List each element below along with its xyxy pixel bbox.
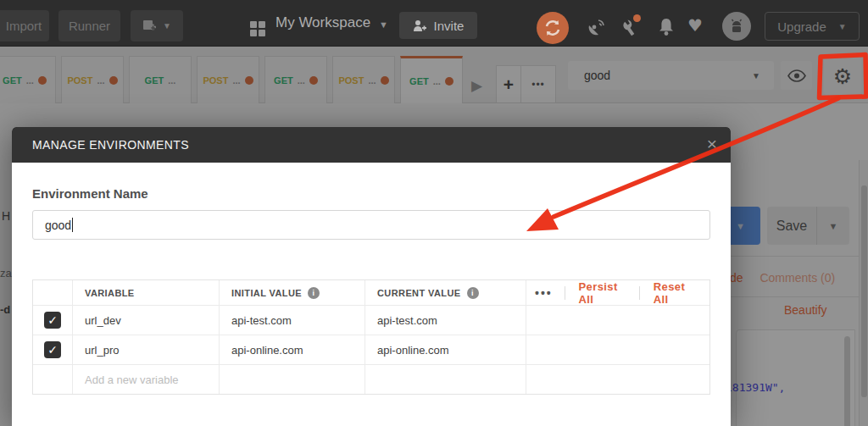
- new-window-icon: [142, 19, 157, 33]
- add-variable-input[interactable]: Add a new variable: [73, 365, 220, 394]
- close-icon[interactable]: ×: [707, 127, 717, 161]
- import-button[interactable]: Import: [0, 10, 49, 41]
- manage-environments-modal: MANAGE ENVIRONMENTS × Environment Name g…: [12, 127, 731, 426]
- initial-value-column-header: INITIAL VALUE i: [220, 280, 365, 305]
- current-value-label: CURRENT VALUE: [377, 288, 461, 298]
- upgrade-label: Upgrade: [777, 19, 826, 34]
- chevron-down-icon[interactable]: ▼: [379, 19, 388, 30]
- runner-button[interactable]: Runner: [58, 10, 120, 41]
- select-all-cell: [33, 280, 73, 305]
- workspace-grid-icon[interactable]: [250, 21, 265, 36]
- invite-label: Invite: [434, 19, 465, 33]
- environment-name-value: good: [45, 219, 71, 232]
- table-header-row: VARIABLE INITIAL VALUE i CURRENT VALUE i…: [33, 280, 709, 305]
- upgrade-button[interactable]: Upgrade ▼: [765, 12, 860, 41]
- info-icon[interactable]: i: [467, 287, 479, 299]
- robot-icon: [728, 18, 745, 35]
- current-value-column-header: CURRENT VALUE i: [365, 280, 526, 305]
- variable-checkbox-cell: ✓: [33, 335, 73, 364]
- add-variable-row: Add a new variable: [33, 364, 709, 394]
- row-actions-cell: [526, 335, 709, 364]
- empty-checkbox-cell: [33, 365, 73, 394]
- empty-cell[interactable]: [365, 365, 526, 394]
- bell-icon[interactable]: [657, 17, 676, 36]
- checked-checkbox[interactable]: ✓: [44, 341, 61, 358]
- divider: [565, 286, 565, 300]
- variable-row: ✓ url_pro api-online.com api-online.com: [33, 335, 709, 364]
- environment-name-input[interactable]: good: [32, 210, 710, 240]
- initial-value-cell[interactable]: api-online.com: [220, 335, 365, 364]
- environment-name-label: Environment Name: [32, 186, 148, 201]
- more-options-button[interactable]: •••: [526, 286, 561, 300]
- initial-value-label: INITIAL VALUE: [231, 288, 302, 298]
- table-actions: ••• Persist All Reset All: [526, 280, 709, 305]
- avatar[interactable]: [722, 12, 751, 41]
- chevron-down-icon: ▼: [838, 22, 847, 31]
- top-bar: Import Runner ▼ My Workspace ▼ Invite: [0, 0, 868, 47]
- reset-all-button[interactable]: Reset All: [643, 280, 704, 306]
- invite-button[interactable]: Invite: [399, 12, 477, 39]
- add-variable-placeholder: Add a new variable: [85, 373, 179, 386]
- text-cursor: [72, 218, 73, 232]
- current-value-cell[interactable]: api-online.com: [365, 335, 526, 364]
- checked-checkbox[interactable]: ✓: [44, 312, 61, 329]
- variables-table: VARIABLE INITIAL VALUE i CURRENT VALUE i…: [32, 279, 710, 395]
- variable-row: ✓ url_dev api-test.com api-test.com: [33, 305, 709, 335]
- invite-person-icon: [413, 19, 427, 32]
- heart-icon[interactable]: ♥: [687, 15, 703, 36]
- postman-app: Import Runner ▼ My Workspace ▼ Invite: [0, 0, 868, 426]
- variable-name-cell[interactable]: url_dev: [73, 306, 220, 335]
- chevron-down-icon: ▼: [163, 21, 171, 30]
- new-window-button[interactable]: ▼: [131, 10, 183, 41]
- initial-value-cell[interactable]: api-test.com: [220, 306, 365, 335]
- sync-button[interactable]: [537, 12, 569, 44]
- current-value-cell[interactable]: api-test.com: [365, 306, 526, 335]
- empty-cell[interactable]: [220, 365, 365, 394]
- workspace-selector[interactable]: My Workspace: [275, 14, 370, 31]
- variable-column-header: VARIABLE: [73, 280, 220, 305]
- info-icon[interactable]: i: [308, 287, 320, 299]
- modal-header: MANAGE ENVIRONMENTS ×: [12, 127, 731, 163]
- row-actions-cell: [526, 306, 709, 335]
- empty-cell: [526, 365, 709, 394]
- satellite-icon[interactable]: [587, 17, 608, 37]
- variable-name-cell[interactable]: url_pro: [73, 335, 220, 364]
- divider: [639, 286, 640, 300]
- modal-title: MANAGE ENVIRONMENTS: [32, 127, 189, 163]
- persist-all-button[interactable]: Persist All: [569, 280, 636, 306]
- notification-dot: [633, 14, 641, 22]
- sync-icon: [543, 19, 562, 37]
- variable-checkbox-cell: ✓: [33, 306, 73, 335]
